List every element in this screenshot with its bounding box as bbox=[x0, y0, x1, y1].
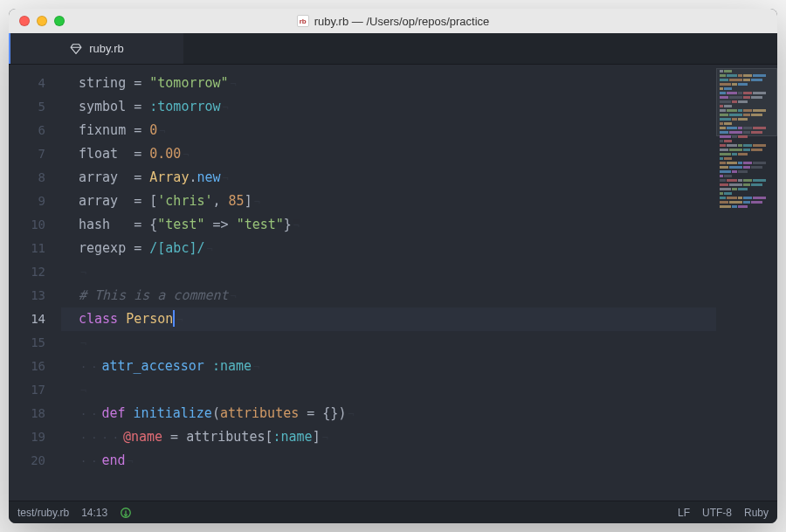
window-title-text: ruby.rb — /Users/op/repos/practice bbox=[314, 15, 490, 28]
code-line[interactable]: hash = {"test" => "test"}¬ bbox=[61, 213, 716, 237]
indent-guides: ·· bbox=[79, 361, 101, 373]
eol-marker: ¬ bbox=[221, 172, 229, 184]
minimize-button[interactable] bbox=[37, 16, 47, 26]
titlebar: rb ruby.rb — /Users/op/repos/practice bbox=[9, 9, 777, 33]
eol-marker: ¬ bbox=[229, 78, 237, 90]
eol-marker: ¬ bbox=[252, 361, 259, 373]
line-number: 17 bbox=[9, 378, 61, 402]
eol-marker: ¬ bbox=[79, 384, 86, 397]
line-number: 16 bbox=[9, 355, 61, 378]
eol-marker: ¬ bbox=[252, 196, 260, 208]
eol-marker: ¬ bbox=[175, 314, 183, 326]
eol-marker: ¬ bbox=[205, 243, 213, 255]
code-line[interactable]: ¬ bbox=[61, 331, 716, 355]
eol-marker: ¬ bbox=[79, 266, 86, 279]
code-content[interactable]: string = "tomorrow"¬symbol = :tomorrow¬f… bbox=[61, 65, 716, 501]
editor-window: rb ruby.rb — /Users/op/repos/practice ru… bbox=[9, 9, 777, 523]
git-branch-icon[interactable] bbox=[120, 507, 132, 519]
status-bar: test/ruby.rb 14:13 LF UTF-8 Ruby bbox=[9, 501, 777, 523]
status-line-ending[interactable]: LF bbox=[678, 507, 690, 519]
line-number: 18 bbox=[9, 402, 61, 425]
line-number: 12 bbox=[9, 260, 61, 284]
eol-marker: ¬ bbox=[79, 337, 86, 349]
line-number: 10 bbox=[9, 213, 61, 237]
eol-marker: ¬ bbox=[181, 149, 189, 161]
status-encoding[interactable]: UTF-8 bbox=[702, 507, 732, 519]
indent-guides: ·· bbox=[79, 408, 101, 420]
eol-marker: ¬ bbox=[126, 455, 134, 467]
code-line[interactable]: array = Array.new¬ bbox=[61, 166, 716, 190]
code-line[interactable]: float = 0.00¬ bbox=[61, 142, 716, 166]
line-number: 4 bbox=[9, 72, 61, 95]
line-number: 11 bbox=[9, 237, 61, 260]
code-line[interactable]: ··def initialize(attributes = {})¬ bbox=[61, 402, 716, 425]
line-number: 15 bbox=[9, 331, 61, 355]
line-number: 6 bbox=[9, 119, 61, 142]
code-line[interactable]: regexp = /[abc]/¬ bbox=[61, 237, 716, 260]
line-number: 9 bbox=[9, 190, 61, 213]
status-language[interactable]: Ruby bbox=[744, 507, 769, 519]
tab-ruby-rb[interactable]: ruby.rb bbox=[9, 33, 183, 64]
window-controls bbox=[9, 16, 65, 26]
indent-guides: ·· bbox=[79, 455, 101, 467]
line-number: 7 bbox=[9, 142, 61, 166]
eol-marker: ¬ bbox=[221, 101, 229, 114]
line-number: 13 bbox=[9, 284, 61, 307]
code-line[interactable]: ····@name = attributes[:name]¬ bbox=[61, 425, 716, 449]
eol-marker: ¬ bbox=[292, 219, 300, 231]
indent-guides: ···· bbox=[79, 432, 123, 444]
line-number: 20 bbox=[9, 449, 61, 473]
code-line[interactable]: # This is a comment¬ bbox=[61, 284, 716, 307]
line-number: 8 bbox=[9, 166, 61, 190]
code-line[interactable]: class Person¬ bbox=[61, 307, 716, 331]
code-line[interactable]: fixnum = 0¬ bbox=[61, 119, 716, 142]
minimap[interactable] bbox=[716, 65, 777, 501]
code-line[interactable]: symbol = :tomorrow¬ bbox=[61, 95, 716, 119]
close-button[interactable] bbox=[19, 16, 30, 26]
file-type-icon: rb bbox=[297, 15, 309, 27]
window-title: rb ruby.rb — /Users/op/repos/practice bbox=[9, 15, 777, 28]
line-number: 14 bbox=[9, 307, 61, 331]
editor-area[interactable]: 4567891011121314151617181920 string = "t… bbox=[9, 65, 777, 501]
line-number-gutter: 4567891011121314151617181920 bbox=[9, 65, 61, 501]
status-file-path[interactable]: test/ruby.rb bbox=[17, 507, 69, 519]
code-line[interactable]: ¬ bbox=[61, 378, 716, 402]
eol-marker: ¬ bbox=[346, 408, 354, 420]
code-line[interactable]: array = ['chris', 85]¬ bbox=[61, 190, 716, 213]
eol-marker: ¬ bbox=[321, 432, 328, 444]
zoom-button[interactable] bbox=[54, 16, 65, 26]
line-number: 19 bbox=[9, 425, 61, 449]
tab-bar: ruby.rb bbox=[9, 33, 777, 65]
ruby-file-icon bbox=[70, 43, 82, 55]
code-line[interactable]: ··attr_accessor :name¬ bbox=[61, 355, 716, 378]
code-line[interactable]: ¬ bbox=[61, 260, 716, 284]
eol-marker: ¬ bbox=[229, 290, 237, 302]
tab-label: ruby.rb bbox=[89, 42, 124, 55]
eol-marker: ¬ bbox=[157, 125, 165, 137]
status-cursor-position[interactable]: 14:13 bbox=[81, 507, 107, 519]
code-line[interactable]: ··end¬ bbox=[61, 449, 716, 473]
line-number: 5 bbox=[9, 95, 61, 119]
code-line[interactable]: string = "tomorrow"¬ bbox=[61, 72, 716, 95]
